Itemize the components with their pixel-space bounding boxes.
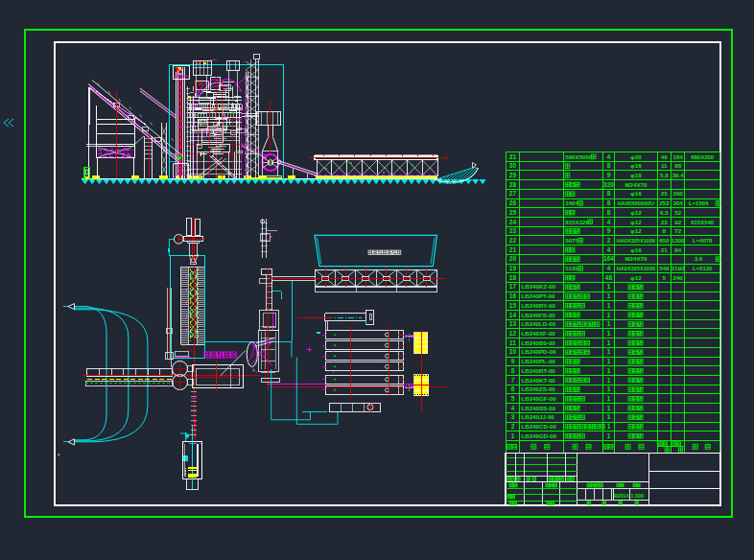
svg-text:φ16: φ16 <box>630 190 642 197</box>
svg-text:L=5130: L=5130 <box>693 266 713 271</box>
svg-text:84: 84 <box>674 246 681 253</box>
svg-text:5130: 5130 <box>565 265 578 271</box>
svg-text:1: 1 <box>607 330 611 337</box>
svg-text:12: 12 <box>509 330 517 337</box>
svg-text:5075: 5075 <box>565 237 578 244</box>
svg-text:LB240ZS-00: LB240ZS-00 <box>521 385 555 392</box>
svg-text:25: 25 <box>661 190 668 197</box>
svg-text:9: 9 <box>511 358 515 364</box>
svg-text:φ12: φ12 <box>630 209 642 216</box>
svg-text:615X540: 615X540 <box>691 220 715 225</box>
svg-text:16: 16 <box>509 292 517 299</box>
svg-text:4: 4 <box>511 405 515 411</box>
svg-text:LB240KZ-00: LB240KZ-00 <box>521 283 555 290</box>
svg-text:1604: 1604 <box>565 199 578 206</box>
svg-text:3.6: 3.6 <box>695 256 703 262</box>
svg-text:1: 1 <box>607 405 611 411</box>
svg-text:LB240JJ-00: LB240JJ-00 <box>521 413 554 420</box>
svg-text:28: 28 <box>509 181 517 188</box>
svg-text:3: 3 <box>511 413 515 420</box>
svg-text:1: 1 <box>607 377 611 384</box>
svg-text:1: 1 <box>607 348 611 355</box>
svg-text:1: 1 <box>607 395 611 402</box>
svg-text:M24X70: M24X70 <box>624 181 648 188</box>
svg-text:22: 22 <box>509 237 517 244</box>
svg-text:LB240PL-00: LB240PL-00 <box>521 358 555 364</box>
svg-text:240: 240 <box>672 274 683 281</box>
svg-text:184: 184 <box>672 153 683 160</box>
svg-text:52: 52 <box>674 209 681 216</box>
svg-text:11: 11 <box>661 162 668 169</box>
svg-text:1: 1 <box>607 385 611 392</box>
svg-text:164: 164 <box>603 255 614 262</box>
svg-text:5.8: 5.8 <box>660 172 669 178</box>
svg-text:88: 88 <box>674 162 681 169</box>
svg-text:φ20: φ20 <box>630 153 642 160</box>
svg-text:8: 8 <box>511 367 515 374</box>
svg-text:27: 27 <box>509 190 517 197</box>
svg-text:8: 8 <box>607 162 611 169</box>
svg-text:LB240CD-00: LB240CD-00 <box>521 423 556 430</box>
svg-text:4: 4 <box>607 265 611 271</box>
svg-text:680X200: 680X200 <box>691 154 715 160</box>
svg-text:1: 1 <box>607 292 611 299</box>
svg-text:1: 1 <box>607 302 611 309</box>
svg-text:17: 17 <box>509 283 517 290</box>
svg-text:29: 29 <box>509 172 517 178</box>
svg-text:4: 4 <box>607 153 611 160</box>
svg-text:L=1504: L=1504 <box>689 200 709 206</box>
svg-text:1: 1 <box>607 432 611 439</box>
svg-text:92: 92 <box>674 219 681 225</box>
svg-text:11: 11 <box>509 339 516 346</box>
svg-text:HA00X00X92U: HA00X00X92U <box>618 200 654 206</box>
svg-text:LB240FS-00: LB240FS-00 <box>521 312 555 318</box>
svg-text:1300: 1300 <box>672 237 685 244</box>
svg-text:13: 13 <box>509 320 517 327</box>
svg-text:2: 2 <box>511 423 515 430</box>
svg-text:LB240GF-00: LB240GF-00 <box>521 395 556 402</box>
svg-text:5: 5 <box>511 395 515 402</box>
svg-text:7: 7 <box>511 377 515 384</box>
svg-text:LB240SS-00: LB240SS-00 <box>521 405 555 411</box>
svg-text:15: 15 <box>509 302 517 309</box>
svg-text:φ12: φ12 <box>630 274 642 281</box>
svg-text:LB240GD-00: LB240GD-00 <box>521 432 556 439</box>
svg-text:B2014: B2014 <box>614 493 628 499</box>
svg-text:1: 1 <box>607 283 611 290</box>
svg-text:M24X70: M24X70 <box>624 255 648 262</box>
svg-text:1: 1 <box>607 423 611 430</box>
svg-text:8: 8 <box>607 190 611 197</box>
svg-text:25: 25 <box>509 209 517 216</box>
svg-text:26: 26 <box>509 199 517 206</box>
svg-text:18: 18 <box>509 274 517 281</box>
svg-text:21: 21 <box>661 246 668 253</box>
svg-text:φ18: φ18 <box>630 172 642 178</box>
svg-text:24: 24 <box>509 219 517 225</box>
svg-text:LB240BT-00: LB240BT-00 <box>521 367 555 374</box>
svg-text:23: 23 <box>661 219 668 225</box>
svg-text:1: 1 <box>607 413 611 420</box>
svg-text:320: 320 <box>603 181 614 188</box>
svg-text:6: 6 <box>511 385 515 392</box>
svg-text:48: 48 <box>605 274 613 281</box>
svg-text:4: 4 <box>607 246 611 253</box>
svg-text:46: 46 <box>661 153 668 160</box>
svg-text:LB240RY-00: LB240RY-00 <box>521 302 555 309</box>
svg-text:21: 21 <box>509 246 517 253</box>
svg-text:9: 9 <box>607 227 611 234</box>
svg-text:8: 8 <box>663 227 667 234</box>
svg-text:1: 1 <box>607 367 611 374</box>
svg-text:1: 1 <box>607 358 611 364</box>
svg-text:19: 19 <box>509 265 517 271</box>
svg-text:1:300: 1:300 <box>631 493 644 499</box>
svg-text:φ12: φ12 <box>630 219 642 225</box>
svg-text:200: 200 <box>672 190 683 197</box>
svg-text:253: 253 <box>659 199 670 206</box>
svg-text:φ16: φ16 <box>630 246 642 253</box>
svg-text:5: 5 <box>663 274 667 281</box>
svg-text:590X5000: 590X5000 <box>565 153 593 160</box>
svg-text:650: 650 <box>659 237 670 244</box>
svg-text:LB240PD-00: LB240PD-00 <box>521 348 556 355</box>
svg-text:9: 9 <box>607 172 611 178</box>
svg-text:1: 1 <box>607 320 611 327</box>
